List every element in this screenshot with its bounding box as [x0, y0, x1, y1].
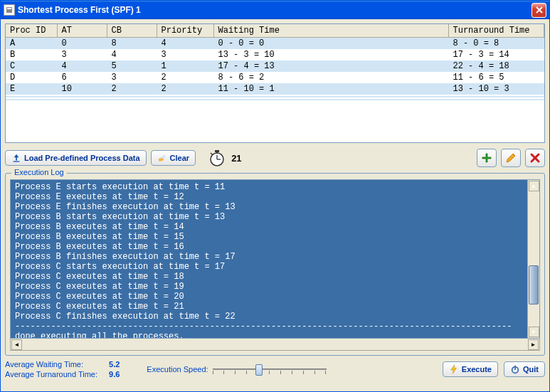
log-text: Process E starts execution at time t = 1…	[15, 182, 512, 339]
table-cell: 8	[107, 38, 157, 50]
execute-button-label: Execute	[462, 365, 492, 374]
col-waiting[interactable]: Waiting Time	[213, 24, 448, 38]
clock-value: 21	[231, 153, 241, 164]
table-cell: 22 - 4 = 18	[448, 60, 544, 72]
table-cell: 0	[57, 38, 107, 50]
eraser-icon	[157, 153, 167, 163]
title-bar: Shortest Process First (SPF) 1	[1, 1, 549, 19]
plus-icon	[481, 152, 492, 164]
table-cell	[448, 99, 544, 100]
table-cell: 8 - 0 = 8	[448, 38, 544, 50]
table-cell: C	[6, 60, 57, 72]
avg-wait-value: 5.2	[109, 360, 120, 369]
upload-icon	[11, 153, 21, 163]
slider-thumb[interactable]	[255, 364, 263, 376]
scroll-down-arrow[interactable]: ▼	[529, 327, 539, 337]
lightning-icon	[449, 364, 459, 374]
table-cell: 4	[157, 38, 213, 50]
process-table[interactable]: Proc ID AT CB Priority Waiting Time Turn…	[5, 23, 545, 143]
log-horizontal-scrollbar[interactable]: ◄►	[10, 339, 540, 351]
table-cell: 3	[107, 72, 157, 83]
power-icon	[510, 364, 520, 374]
window-title: Shortest Process First (SPF) 1	[18, 5, 532, 15]
table-row[interactable]: E102211 - 10 = 113 - 10 = 3	[6, 83, 544, 95]
execute-button[interactable]: Execute	[443, 361, 498, 377]
table-row[interactable]	[6, 99, 544, 100]
close-button[interactable]	[532, 3, 546, 18]
quit-button[interactable]: Quit	[504, 361, 545, 377]
scroll-right-arrow[interactable]: ►	[528, 339, 539, 350]
load-button-label: Load Pre-defined Process Data	[24, 154, 140, 162]
table-cell: 4	[107, 49, 157, 60]
scroll-up-arrow[interactable]: ▲	[529, 181, 539, 191]
pencil-icon	[505, 152, 517, 164]
svg-rect-2	[14, 161, 20, 161]
table-cell: 17 - 3 = 14	[448, 49, 544, 60]
svg-line-10	[211, 153, 213, 155]
clear-button-label: Clear	[170, 154, 190, 162]
table-cell: 2	[107, 83, 157, 95]
clear-button[interactable]: Clear	[151, 150, 196, 166]
table-cell: 11 - 10 = 1	[213, 83, 448, 95]
execution-speed-label: Execution Speed:	[147, 365, 208, 374]
execution-log-legend: Execution Log	[11, 168, 67, 176]
table-cell: 3	[157, 49, 213, 60]
table-cell: 13 - 10 = 3	[448, 83, 544, 95]
edit-button[interactable]	[501, 149, 521, 167]
stopwatch-icon	[207, 149, 227, 166]
avg-turn-value: 9.6	[109, 370, 120, 378]
execution-speed-slider[interactable]	[213, 362, 327, 376]
load-button[interactable]: Load Pre-defined Process Data	[5, 150, 147, 166]
quit-button-label: Quit	[523, 365, 539, 374]
add-button[interactable]	[477, 149, 497, 167]
table-cell: 8 - 6 = 2	[213, 72, 448, 83]
execution-log[interactable]: Process E starts execution at time t = 1…	[10, 179, 540, 339]
table-cell: 3	[57, 49, 107, 60]
table-row[interactable]: D6328 - 6 = 211 - 6 = 5	[6, 72, 544, 83]
svg-rect-6	[215, 150, 219, 152]
table-cell: 0 - 0 = 0	[213, 38, 448, 50]
table-cell: 2	[157, 83, 213, 95]
table-cell	[157, 99, 213, 100]
scroll-track[interactable]	[528, 192, 539, 326]
table-cell: B	[6, 49, 57, 60]
avg-turn-label: Average Turnaround Time:	[5, 370, 97, 378]
table-row[interactable]: B34313 - 3 = 1017 - 3 = 14	[6, 49, 544, 60]
col-cb[interactable]: CB	[107, 24, 157, 38]
avg-wait-label: Average Waiting Time:	[5, 360, 97, 369]
table-cell: 2	[157, 72, 213, 83]
table-row[interactable]: C45117 - 4 = 1322 - 4 = 18	[6, 60, 544, 72]
table-cell: 6	[57, 72, 107, 83]
table-cell: 13 - 3 = 10	[213, 49, 448, 60]
table-cell: A	[6, 38, 57, 50]
table-cell: 10	[57, 83, 107, 95]
svg-rect-1	[7, 8, 11, 9]
col-proc-id[interactable]: Proc ID	[6, 24, 57, 38]
x-icon	[529, 152, 541, 164]
table-cell: 1	[157, 60, 213, 72]
table-cell	[6, 99, 57, 100]
table-cell: E	[6, 83, 57, 95]
col-turnaround[interactable]: Turnaround Time	[448, 24, 544, 38]
table-cell: 11 - 6 = 5	[448, 72, 544, 83]
table-header-row: Proc ID AT CB Priority Waiting Time Turn…	[6, 24, 544, 38]
app-icon	[4, 4, 15, 16]
table-cell: 5	[107, 60, 157, 72]
col-priority[interactable]: Priority	[157, 24, 213, 38]
table-cell: D	[6, 72, 57, 83]
table-cell	[107, 99, 157, 100]
delete-button[interactable]	[525, 149, 545, 167]
log-vertical-scrollbar[interactable]: ▲▼	[527, 180, 539, 338]
scroll-thumb[interactable]	[529, 265, 539, 304]
table-cell: 17 - 4 = 13	[213, 60, 448, 72]
table-cell	[57, 99, 107, 100]
table-cell: 4	[57, 60, 107, 72]
table-cell	[213, 99, 448, 100]
scroll-left-arrow[interactable]: ◄	[11, 339, 22, 350]
col-at[interactable]: AT	[57, 24, 107, 38]
table-row[interactable]: A0840 - 0 = 08 - 0 = 8	[6, 38, 544, 50]
